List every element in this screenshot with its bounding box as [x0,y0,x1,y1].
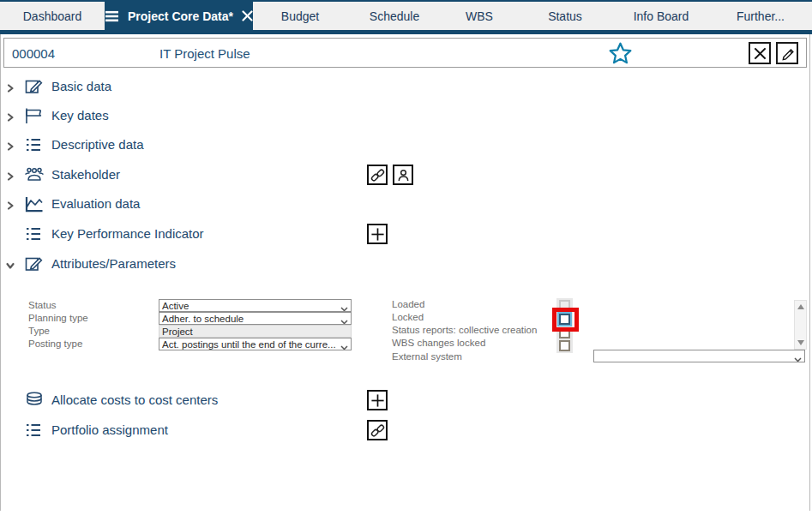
section-label: Stakeholder [51,167,120,182]
project-title: IT Project Pulse [159,46,250,61]
section-label: Portfolio assignment [51,422,168,437]
scroll-down-icon[interactable] [797,340,804,345]
section-portfolio-assignment[interactable]: Portfolio assignment [0,416,806,445]
section-allocate-costs[interactable]: Allocate costs to cost centers [0,386,806,415]
stakeholder-person-button[interactable] [393,165,413,185]
tab-close-icon[interactable] [242,10,253,21]
posting-type-select[interactable]: Act. postings until the end of the curre… [159,338,352,350]
section-label: Key dates [51,108,109,123]
favorite-star-icon[interactable] [609,42,632,68]
tab-budget[interactable]: Budget [253,2,347,30]
wbs-changes-locked-checkbox[interactable] [559,340,570,351]
project-id: 000004 [12,46,55,61]
locked-checkbox[interactable] [559,314,570,325]
chevron-down-icon [794,354,802,362]
form-scrollbar[interactable] [794,300,807,350]
tab-project-core-data[interactable]: Project Core Data* [105,2,253,30]
project-header: 000004 IT Project Pulse [3,38,807,68]
tab-dashboard[interactable]: Dashboard [0,2,105,30]
field-label-type: Type [28,325,50,338]
tab-schedule[interactable]: Schedule [347,2,442,30]
section-label: Allocate costs to cost centers [51,392,218,407]
section-label: Evaluation data [51,196,140,211]
section-evaluation-data[interactable]: Evaluation data [0,189,806,219]
status-reports-checkbox[interactable] [559,327,570,338]
checkbox-label-status-reports: Status reports: collective creation [392,324,537,337]
kpi-add-button[interactable] [367,224,388,244]
edit-button[interactable] [776,42,798,64]
loaded-checkbox [559,300,570,311]
hamburger-menu-icon[interactable] [105,10,119,22]
chevron-down-icon [340,316,348,325]
checkbox-label-locked: Locked [392,311,424,324]
section-basic-data[interactable]: Basic data [0,72,806,101]
edit-square-icon [24,255,43,277]
external-system-select[interactable] [593,350,805,362]
tab-bar: Dashboard Project Core Data* Budget Sche… [0,0,812,30]
status-select[interactable]: Active [159,299,352,312]
chevron-right-icon[interactable] [5,111,15,126]
checkbox-label-wbs-changes-locked: WBS changes locked [392,337,485,350]
close-button[interactable] [749,42,771,64]
tab-label: Schedule [370,9,419,23]
people-group-icon [24,165,45,188]
section-key-performance-indicator[interactable]: Key Performance Indicator [0,219,806,249]
section-attributes-parameters[interactable]: Attributes/Parameters [0,249,806,278]
tab-label: Dashboard [23,9,82,23]
section-label: Attributes/Parameters [51,256,176,271]
field-label-status: Status [28,299,57,312]
content-area: 000004 IT Project Pulse [0,34,812,515]
section-label: Basic data [51,79,111,93]
posting-type-select-value: Act. postings until the end of the curre… [162,339,336,350]
chevron-down-icon [340,342,348,350]
type-field-value: Project [162,326,193,337]
tab-label: Further... [737,9,785,23]
flag-icon [24,106,43,129]
tab-label: Status [548,9,582,23]
tab-label: Budget [281,9,319,23]
stakeholder-link-button[interactable] [367,165,388,185]
field-label-external-system: External system [392,350,462,363]
list-icon [24,225,43,247]
field-label-posting-type: Posting type [28,338,82,350]
type-readonly-field: Project [159,325,352,338]
chevron-down-icon[interactable] [5,259,15,274]
section-label: Key Performance Indicator [51,226,204,241]
tab-label: WBS [466,9,493,23]
chevron-down-icon [340,303,348,312]
chevron-right-icon[interactable] [5,81,15,97]
status-select-value: Active [162,301,189,311]
chevron-right-icon[interactable] [5,170,15,185]
tab-label: Project Core Data* [128,9,233,23]
list-icon [24,421,43,443]
chevron-right-icon[interactable] [5,140,15,155]
checkbox-label-loaded: Loaded [392,298,424,311]
planning-type-select-value: Adher. to schedule [162,314,244,324]
tab-info-board[interactable]: Info Board [613,2,709,30]
allocate-costs-add-button[interactable] [367,390,388,410]
tab-status[interactable]: Status [517,2,613,30]
section-descriptive-data[interactable]: Descriptive data [0,130,806,159]
project-core-data-page: Dashboard Project Core Data* Budget Sche… [0,0,812,515]
chevron-right-icon[interactable] [5,199,15,214]
portfolio-link-button[interactable] [367,420,388,440]
scroll-up-icon[interactable] [797,304,804,309]
edit-square-icon [24,77,43,99]
list-icon [24,135,43,158]
area-chart-icon [24,195,45,217]
tab-wbs[interactable]: WBS [442,2,517,30]
section-label: Descriptive data [51,137,144,152]
planning-type-select[interactable]: Adher. to schedule [159,312,352,325]
field-label-planning-type: Planning type [28,312,88,325]
tab-label: Info Board [634,9,689,23]
tab-further[interactable]: Further... [709,2,812,30]
page-border-right [809,34,810,511]
coins-icon [24,391,45,413]
section-key-dates[interactable]: Key dates [0,101,806,130]
